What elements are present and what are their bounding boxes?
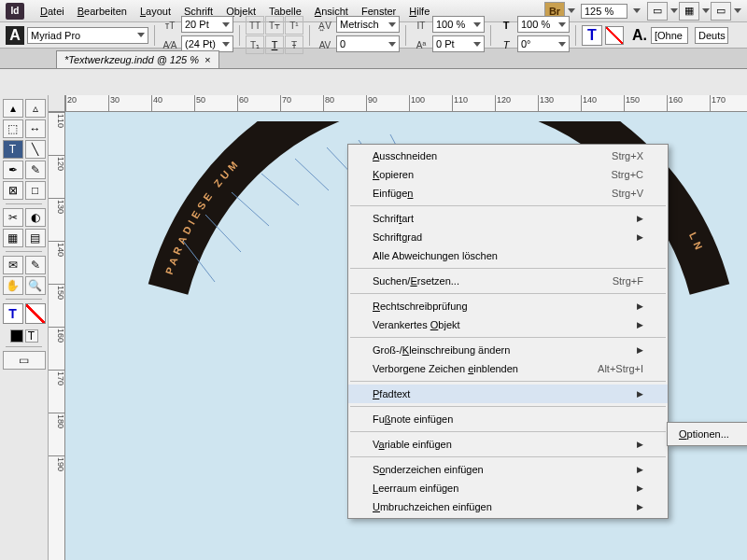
- document-tab[interactable]: *Textwerkzeug.indd @ 125 % ×: [56, 50, 219, 68]
- ctx-sonderzeichen-einf-gen[interactable]: Sonderzeichen einfügen▶: [348, 460, 668, 479]
- superscript-button[interactable]: T¹: [285, 16, 303, 35]
- control-panel-row1: A Myriad Pro тT20 Pt A⁄A(24 Pt) TT Tᴛ T¹…: [0, 22, 747, 49]
- fill-swatch[interactable]: [605, 26, 624, 45]
- type-tool[interactable]: T: [3, 140, 23, 159]
- kerning-select[interactable]: Metrisch: [336, 16, 400, 33]
- font-size-icon: тT: [161, 16, 179, 35]
- hscale-icon: T: [497, 16, 515, 35]
- direct-selection-tool[interactable]: ▵: [25, 99, 46, 118]
- arrange-button[interactable]: ▦: [679, 2, 699, 21]
- ctx-ausschneiden[interactable]: AusschneidenStrg+X: [348, 147, 668, 165]
- workspace-button[interactable]: ▭: [711, 2, 731, 21]
- menu-bearbeiten[interactable]: Bearbeiten: [71, 3, 134, 20]
- hand-tool[interactable]: ✋: [3, 276, 23, 295]
- font-size-input[interactable]: 20 Pt: [181, 16, 233, 33]
- line-tool[interactable]: ╲: [25, 140, 46, 159]
- fill-text-icon[interactable]: T: [582, 25, 602, 46]
- baseline-input[interactable]: 0 Pt: [432, 35, 485, 52]
- stroke-icon[interactable]: [25, 303, 46, 324]
- ctx-umbruchzeichen-einf-gen[interactable]: Umbruchzeichen einfügen▶: [348, 497, 668, 516]
- charstyle-icon: A.: [632, 27, 647, 44]
- svg-line-5: [261, 174, 299, 205]
- note-tool[interactable]: ✉: [3, 256, 23, 274]
- page-tool[interactable]: ⬚: [3, 119, 23, 138]
- charstyle-select[interactable]: [Ohne: [651, 27, 688, 44]
- skew-input[interactable]: 0°: [517, 35, 570, 52]
- ctx-kopieren[interactable]: KopierenStrg+C: [348, 165, 668, 184]
- tracking-icon: AV: [316, 35, 334, 54]
- strikethrough-button[interactable]: Ŧ: [285, 35, 303, 54]
- vertical-ruler[interactable]: 110120130140150160170180190: [49, 112, 65, 560]
- font-family-select[interactable]: Myriad Pro: [27, 27, 148, 44]
- screen-mode-button[interactable]: ▭: [647, 2, 668, 21]
- ctx-alle-abweichungen-l-schen[interactable]: Alle Abweichungen löschen: [348, 246, 668, 265]
- format-container[interactable]: T: [25, 329, 38, 343]
- skew-icon: T: [497, 35, 515, 54]
- context-menu: AusschneidenStrg+XKopierenStrg+CEinfügen…: [347, 144, 669, 519]
- vscale-icon: IT: [412, 16, 430, 35]
- scissors-tool[interactable]: ✂: [3, 208, 23, 227]
- subscript-button[interactable]: T₁: [246, 35, 264, 54]
- close-icon[interactable]: ×: [204, 54, 210, 65]
- ctx-einf-gen[interactable]: EinfügenStrg+V: [348, 184, 668, 203]
- pencil-tool[interactable]: ✎: [25, 161, 46, 179]
- rectangle-frame-tool[interactable]: ⊠: [3, 181, 23, 200]
- fill-icon[interactable]: T: [3, 303, 23, 324]
- hscale-input[interactable]: 100 %: [517, 16, 570, 33]
- chevron-down-icon[interactable]: [633, 8, 641, 13]
- svg-line-4: [232, 192, 269, 226]
- chevron-down-icon[interactable]: [702, 8, 710, 13]
- submenu-optionen[interactable]: OOptionen...ptionen...: [668, 425, 747, 443]
- horizontal-ruler[interactable]: 2030405060708090100110120130140150160170: [65, 95, 747, 112]
- view-mode-button[interactable]: ▭: [3, 351, 46, 370]
- selection-tool[interactable]: ▴: [3, 99, 23, 118]
- language-select[interactable]: Deuts: [695, 27, 728, 44]
- ctx-fu-note-einf-gen[interactable]: Fußnote einfügen: [348, 410, 668, 428]
- chevron-down-icon[interactable]: [670, 8, 678, 13]
- ctx-leerraum-einf-gen[interactable]: Leerraum einfügen▶: [348, 479, 668, 497]
- ctx-pfadtext[interactable]: Pfadtext▶: [348, 385, 668, 403]
- ruler-origin[interactable]: [49, 95, 65, 112]
- ctx-schriftart[interactable]: Schriftart▶: [348, 209, 668, 228]
- ctx-gro-kleinschreibung-ndern[interactable]: Groß-/Kleinschreibung ändern▶: [348, 341, 668, 359]
- ctx-schriftgrad[interactable]: Schriftgrad▶: [348, 228, 668, 246]
- pen-tool[interactable]: ✒: [3, 161, 23, 179]
- eyedropper-tool[interactable]: ✎: [25, 256, 46, 274]
- rectangle-tool[interactable]: □: [25, 181, 46, 200]
- zoom-input[interactable]: [581, 4, 627, 19]
- zoom-tool[interactable]: 🔍: [25, 276, 46, 295]
- svg-line-6: [295, 159, 329, 190]
- vscale-input[interactable]: 100 %: [432, 16, 485, 33]
- ctx-verborgene-zeichen-einblenden[interactable]: Verborgene Zeichen einblendenAlt+Strg+I: [348, 359, 668, 378]
- pathtext-submenu: OOptionen...ptionen...: [667, 422, 747, 446]
- ctx-suchen-ersetzen-[interactable]: Suchen/Ersetzen...Strg+F: [348, 272, 668, 290]
- default-fill-stroke[interactable]: [10, 329, 23, 343]
- gradient-swatch-tool[interactable]: ▦: [3, 229, 23, 247]
- tool-panel: ▴▵ ⬚↔ T╲ ✒✎ ⊠□ ✂◐ ▦▤ ✉✎ ✋🔍 T T ▭: [0, 95, 49, 560]
- underline-button[interactable]: T: [265, 35, 284, 54]
- baseline-icon: Aª: [412, 35, 430, 54]
- small-caps-button[interactable]: Tᴛ: [265, 16, 284, 35]
- gap-tool[interactable]: ↔: [25, 119, 46, 138]
- free-transform-tool[interactable]: ◐: [25, 208, 46, 227]
- character-format-icon[interactable]: A: [6, 26, 24, 45]
- chevron-down-icon[interactable]: [734, 8, 741, 13]
- all-caps-button[interactable]: TT: [246, 16, 264, 35]
- menu-datei[interactable]: Datei: [34, 3, 71, 20]
- ctx-verankertes-objekt[interactable]: Verankertes Objekt▶: [348, 315, 668, 334]
- kerning-icon: A͍V: [316, 16, 334, 35]
- ctx-variable-einf-gen[interactable]: Variable einfügen▶: [348, 435, 668, 454]
- tracking-input[interactable]: 0: [336, 35, 400, 52]
- gradient-feather-tool[interactable]: ▤: [25, 229, 46, 247]
- app-logo: Id: [6, 3, 24, 20]
- chevron-down-icon[interactable]: [568, 8, 575, 13]
- ctx-rechtschreibpr-fung[interactable]: Rechtschreibprüfung▶: [348, 297, 668, 315]
